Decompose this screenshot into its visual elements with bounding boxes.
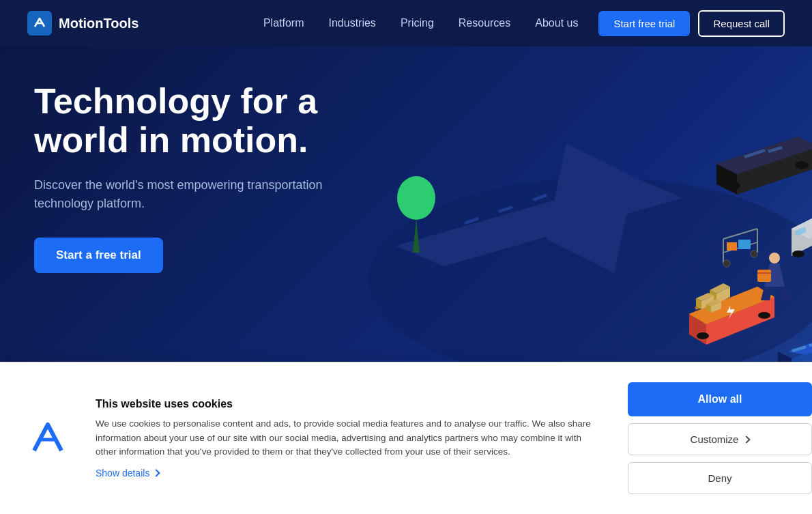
svg-point-53	[792, 251, 804, 257]
show-details-link[interactable]: Show details	[96, 468, 600, 479]
svg-point-19	[795, 161, 809, 169]
hero-illustration: 5 MIN	[328, 41, 812, 362]
cookie-actions: Allow all Customize Deny	[628, 382, 812, 494]
svg-point-108	[723, 260, 730, 267]
hero-subtitle: Discover the world's most empowering tra…	[34, 176, 362, 213]
logo-area[interactable]: MotionTools	[27, 11, 139, 35]
motiontools-logo-icon	[27, 418, 68, 459]
allow-all-button[interactable]: Allow all	[628, 382, 812, 416]
svg-point-56	[769, 253, 780, 263]
logo-text: MotionTools	[59, 16, 139, 31]
svg-rect-107	[738, 240, 751, 249]
nav-link-resources[interactable]: Resources	[459, 17, 510, 29]
cookie-body: We use cookies to personalise content an…	[96, 417, 600, 460]
navbar: MotionTools Platform Industries Pricing …	[0, 0, 812, 46]
svg-rect-60	[757, 270, 771, 282]
nav-link-pricing[interactable]: Pricing	[401, 17, 434, 29]
cookie-text-area: This website uses cookies We use cookies…	[96, 398, 628, 479]
svg-point-27	[758, 312, 770, 319]
deny-button[interactable]: Deny	[628, 462, 812, 494]
hero-content: Technology for a world in motion. Discov…	[34, 82, 362, 273]
svg-point-18	[727, 182, 740, 190]
request-call-button[interactable]: Request call	[698, 10, 785, 37]
hero-cta-button[interactable]: Start a free trial	[34, 238, 163, 273]
svg-rect-106	[727, 242, 737, 251]
svg-point-26	[697, 332, 709, 339]
customize-label: Customize	[691, 433, 739, 445]
nav-links: Platform Industries Pricing Resources Ab…	[263, 17, 579, 29]
cookie-logo-area	[20, 418, 75, 459]
svg-point-6	[397, 176, 435, 220]
start-trial-button[interactable]: Start free trial	[598, 11, 690, 36]
nav-link-platform[interactable]: Platform	[263, 17, 304, 29]
nav-link-industries[interactable]: Industries	[329, 17, 376, 29]
customize-button[interactable]: Customize	[628, 423, 812, 455]
cookie-banner: This website uses cookies We use cookies…	[0, 362, 812, 514]
customize-chevron-icon	[743, 436, 751, 443]
logo-icon	[27, 11, 52, 35]
nav-link-about[interactable]: About us	[535, 17, 578, 29]
cookie-title: This website uses cookies	[96, 398, 600, 410]
svg-point-109	[751, 251, 757, 257]
hero-title: Technology for a world in motion.	[34, 82, 362, 160]
show-details-label: Show details	[96, 468, 149, 479]
chevron-right-icon	[153, 470, 160, 477]
